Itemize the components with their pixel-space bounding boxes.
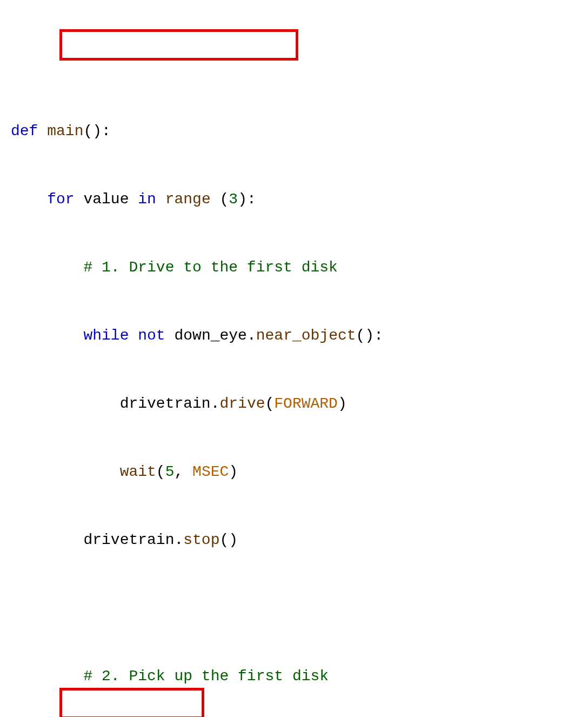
code-line: while not down_eye.near_object(): (11, 324, 577, 347)
comment: # 2. Pick up the first disk (83, 668, 329, 685)
code-line: # 1. Drive to the first disk (11, 256, 577, 279)
keyword-def: def (11, 123, 38, 140)
keyword-for: for (47, 191, 74, 208)
code-block: def main(): for value in range (3): # 1.… (11, 6, 577, 717)
fn-main: main (47, 123, 83, 140)
highlight-for-loop (59, 29, 298, 61)
code-line: for value in range (3): (11, 188, 577, 211)
code-line: wait(5, MSEC) (11, 461, 577, 483)
highlight-wait (59, 688, 204, 717)
comment: # 1. Drive to the first disk (83, 259, 337, 276)
code-line: def main(): (11, 120, 577, 143)
code-line (11, 597, 577, 620)
code-line: # 2. Pick up the first disk (11, 665, 577, 688)
code-line: drivetrain.stop() (11, 529, 577, 552)
code-line: drivetrain.drive(FORWARD) (11, 393, 577, 415)
